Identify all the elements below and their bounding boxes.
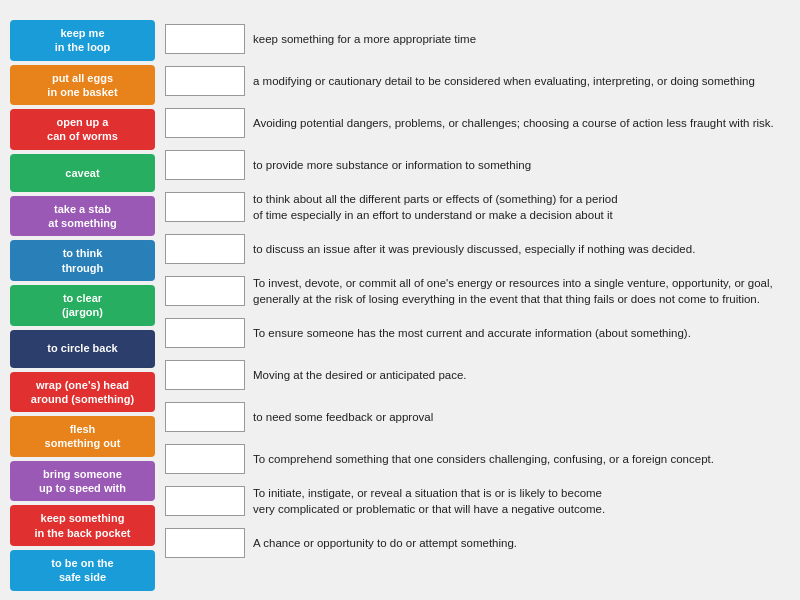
definition-text-8: To ensure someone has the most current a…	[253, 325, 691, 341]
answer-input-5[interactable]	[165, 192, 245, 222]
answer-input-13[interactable]	[165, 528, 245, 558]
definition-row-7: To invest, devote, or commit all of one'…	[165, 272, 790, 310]
definition-text-11: To comprehend something that one conside…	[253, 451, 714, 467]
answer-input-4[interactable]	[165, 150, 245, 180]
definition-text-5: to think about all the different parts o…	[253, 191, 618, 223]
main-container: keep mein the loopput all eggsin one bas…	[0, 0, 800, 600]
phrase-btn-bring-someone-up[interactable]: bring someoneup to speed with	[10, 461, 155, 502]
answer-input-6[interactable]	[165, 234, 245, 264]
answer-input-12[interactable]	[165, 486, 245, 516]
definition-row-5: to think about all the different parts o…	[165, 188, 790, 226]
definition-text-12: To initiate, instigate, or reveal a situ…	[253, 485, 605, 517]
phrase-btn-keep-something-back-pocket[interactable]: keep somethingin the back pocket	[10, 505, 155, 546]
phrase-btn-put-all-eggs[interactable]: put all eggsin one basket	[10, 65, 155, 106]
answer-input-11[interactable]	[165, 444, 245, 474]
definition-row-3: Avoiding potential dangers, problems, or…	[165, 104, 790, 142]
definition-row-4: to provide more substance or information…	[165, 146, 790, 184]
phrase-btn-wrap-head[interactable]: wrap (one's) headaround (something)	[10, 372, 155, 413]
phrase-btn-caveat[interactable]: caveat	[10, 154, 155, 192]
definition-text-6: to discuss an issue after it was previou…	[253, 241, 695, 257]
definition-text-1: keep something for a more appropriate ti…	[253, 31, 476, 47]
phrase-btn-flesh-something-out[interactable]: fleshsomething out	[10, 416, 155, 457]
answer-input-9[interactable]	[165, 360, 245, 390]
phrase-btn-open-up-can[interactable]: open up acan of worms	[10, 109, 155, 150]
phrase-btn-take-a-stab[interactable]: take a stabat something	[10, 196, 155, 237]
definition-text-7: To invest, devote, or commit all of one'…	[253, 275, 773, 307]
phrase-btn-to-circle-back[interactable]: to circle back	[10, 330, 155, 368]
answer-input-10[interactable]	[165, 402, 245, 432]
definition-row-11: To comprehend something that one conside…	[165, 440, 790, 478]
answer-input-2[interactable]	[165, 66, 245, 96]
definition-row-12: To initiate, instigate, or reveal a situ…	[165, 482, 790, 520]
answer-input-1[interactable]	[165, 24, 245, 54]
definition-row-6: to discuss an issue after it was previou…	[165, 230, 790, 268]
definition-row-13: A chance or opportunity to do or attempt…	[165, 524, 790, 562]
answer-input-7[interactable]	[165, 276, 245, 306]
definition-text-3: Avoiding potential dangers, problems, or…	[253, 115, 774, 131]
answer-input-8[interactable]	[165, 318, 245, 348]
phrases-column: keep mein the loopput all eggsin one bas…	[10, 20, 155, 591]
definition-row-10: to need some feedback or approval	[165, 398, 790, 436]
definition-text-2: a modifying or cautionary detail to be c…	[253, 73, 755, 89]
definition-text-4: to provide more substance or information…	[253, 157, 531, 173]
definition-row-8: To ensure someone has the most current a…	[165, 314, 790, 352]
phrase-btn-to-think-through[interactable]: to thinkthrough	[10, 240, 155, 281]
definitions-column: keep something for a more appropriate ti…	[165, 20, 790, 591]
definition-text-13: A chance or opportunity to do or attempt…	[253, 535, 517, 551]
definition-row-1: keep something for a more appropriate ti…	[165, 20, 790, 58]
definition-text-10: to need some feedback or approval	[253, 409, 433, 425]
definition-text-9: Moving at the desired or anticipated pac…	[253, 367, 467, 383]
phrase-btn-keep-me-in-the-loop[interactable]: keep mein the loop	[10, 20, 155, 61]
answer-input-3[interactable]	[165, 108, 245, 138]
definition-row-9: Moving at the desired or anticipated pac…	[165, 356, 790, 394]
phrase-btn-to-clear-jargon[interactable]: to clear(jargon)	[10, 285, 155, 326]
definition-row-2: a modifying or cautionary detail to be c…	[165, 62, 790, 100]
phrase-btn-to-be-on-safe-side[interactable]: to be on thesafe side	[10, 550, 155, 591]
